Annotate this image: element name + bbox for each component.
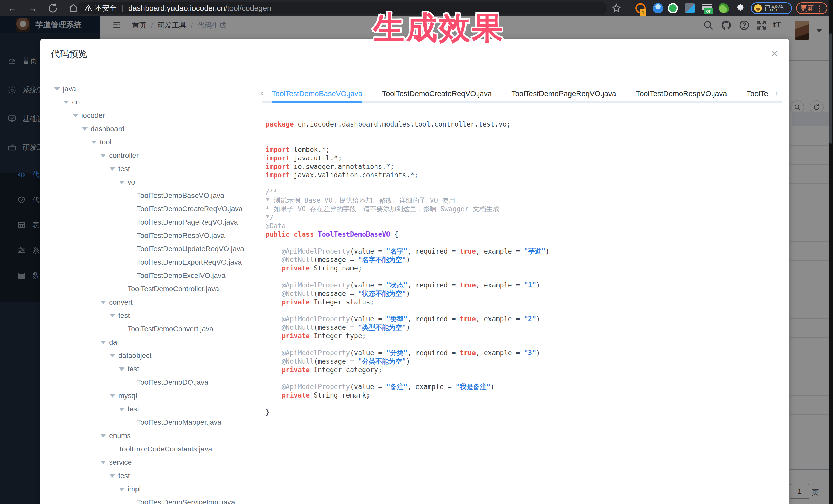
extension-drop-icon[interactable] [653, 3, 663, 13]
tree-file[interactable]: ToolTestDemoPageReqVO.java [40, 216, 264, 229]
tab-scroll-right-icon[interactable]: › [775, 88, 778, 98]
tree-file[interactable]: ToolTestDemoServiceImpl.java [40, 496, 264, 504]
file-tab-4[interactable]: ToolTe [747, 85, 768, 103]
warning-triangle-icon [84, 4, 92, 12]
caret-down-icon[interactable] [82, 127, 88, 130]
caret-down-icon[interactable] [119, 181, 124, 184]
file-tab-3[interactable]: ToolTestDemoRespVO.java [636, 85, 727, 103]
tree-file[interactable]: ToolTestDemoMapper.java [40, 416, 264, 429]
close-icon[interactable]: ✕ [770, 49, 779, 58]
reload-icon[interactable] [47, 0, 60, 17]
tree-node-label: impl [127, 485, 141, 493]
tree-file[interactable]: ToolErrorCodeConstants.java [40, 442, 264, 456]
tree-file[interactable]: ToolTestDemoExcelVO.java [40, 269, 264, 282]
caret-down-icon[interactable] [73, 114, 78, 117]
caret-down-icon[interactable] [54, 87, 60, 91]
tree-folder[interactable]: test [40, 362, 264, 376]
tree-node-label: ToolTestDemoPageReqVO.java [137, 218, 238, 226]
tree-folder[interactable]: dataobject [40, 349, 264, 362]
caret-down-icon[interactable] [110, 314, 115, 317]
tree-folder[interactable]: impl [40, 482, 264, 496]
caret-down-icon[interactable] [100, 341, 106, 344]
extension-diamond-icon[interactable] [685, 3, 695, 13]
caret-down-icon[interactable] [110, 394, 115, 398]
caret-down-icon[interactable] [91, 141, 97, 144]
code-line: private String remark; [266, 391, 768, 400]
scrollbar-thumb[interactable] [829, 33, 832, 144]
caret-down-icon[interactable] [110, 474, 115, 478]
back-icon[interactable]: ← [6, 0, 19, 17]
file-tab-2[interactable]: ToolTestDemoPageReqVO.java [511, 85, 616, 103]
tree-file[interactable]: ToolTestDemoConvert.java [40, 322, 264, 336]
caret-down-icon[interactable] [119, 487, 124, 491]
tree-folder[interactable]: controller [40, 149, 264, 162]
tree-folder[interactable]: enums [40, 429, 264, 442]
extension-orange-icon[interactable]: 1 [636, 3, 646, 13]
extension-green-icon[interactable] [668, 3, 678, 13]
extension-list-icon[interactable]: on [701, 3, 713, 13]
code-line: * 测试示例 Base VO，提供给添加、修改、详细的子 VO 使用 [266, 196, 768, 205]
tree-folder[interactable]: vo [40, 175, 264, 189]
tree-folder[interactable]: convert [40, 296, 264, 309]
profile-avatar-emoji [754, 4, 762, 12]
tree-node-label: test [127, 405, 139, 413]
tree-folder[interactable]: service [40, 456, 264, 469]
tree-folder[interactable]: test [40, 402, 264, 416]
tree-node-label: dataobject [118, 352, 151, 360]
extension-leaf-icon[interactable] [718, 3, 729, 13]
tree-folder[interactable]: tool [40, 136, 264, 149]
tree-file[interactable]: ToolTestDemoExportReqVO.java [40, 256, 264, 269]
caret-down-icon[interactable] [110, 354, 115, 358]
tree-node-label: ToolTestDemoCreateReqVO.java [137, 205, 242, 213]
tree-folder[interactable]: dashboard [40, 122, 264, 136]
url-host: dashboard.yudao.iocoder.cn [128, 4, 225, 13]
code-line: */ [266, 213, 768, 222]
tree-folder[interactable]: test [40, 162, 264, 175]
forward-icon[interactable]: → [27, 0, 39, 17]
caret-down-icon[interactable] [100, 434, 106, 437]
caret-down-icon[interactable] [100, 301, 106, 304]
tree-file[interactable]: ToolTestDemoDO.java [40, 376, 264, 389]
tree-folder[interactable]: cn [40, 95, 264, 109]
extension-on-badge: on [704, 8, 713, 15]
tree-folder[interactable]: mysql [40, 389, 264, 402]
tree-folder[interactable]: dal [40, 336, 264, 349]
code-line [266, 179, 768, 188]
caret-down-icon[interactable] [119, 408, 124, 411]
tree-folder[interactable]: test [40, 309, 264, 322]
code-line: } [266, 408, 768, 416]
tree-node-label: controller [109, 151, 139, 160]
caret-down-icon[interactable] [119, 367, 124, 371]
caret-down-icon[interactable] [100, 154, 106, 157]
tree-folder[interactable]: iocoder [40, 109, 264, 122]
tree-file[interactable]: ToolTestDemoBaseVO.java [40, 189, 264, 202]
chrome-menu-kebab-icon[interactable]: ⋮ [816, 4, 823, 13]
profile-paused-chip[interactable]: 已暂停 [751, 2, 792, 14]
code-line: @NotNull(message = "分类不能为空") [266, 357, 768, 366]
code-line: import lombok.*; [266, 145, 768, 154]
tree-file[interactable]: ToolTestDemoCreateReqVO.java [40, 202, 264, 216]
tree-folder[interactable]: test [40, 469, 264, 482]
caret-down-icon[interactable] [100, 461, 106, 464]
tree-node-label: dal [109, 338, 119, 346]
tree-file[interactable]: ToolTestDemoUpdateReqVO.java [40, 242, 264, 256]
caret-down-icon[interactable] [110, 167, 115, 171]
tree-file[interactable]: ToolTestDemoRespVO.java [40, 229, 264, 242]
code-line: @NotNull(message = "状态不能为空") [266, 289, 768, 298]
caret-down-icon[interactable] [63, 101, 69, 104]
code-line: @NotNull(message = "类型不能为空") [266, 323, 768, 332]
code-preview-dialog: 代码预览 ✕ javacniocoderdashboardtoolcontrol… [40, 39, 789, 504]
tree-folder[interactable]: java [40, 82, 264, 95]
chrome-update-button[interactable]: 更新 ⋮ [796, 2, 827, 14]
extensions-puzzle-icon[interactable] [736, 4, 745, 13]
tree-node-label: ToolTestDemoMapper.java [137, 418, 221, 427]
code-line: private Integer type; [266, 332, 768, 340]
tab-scroll-left-icon[interactable]: ‹ [260, 88, 263, 98]
security-warning[interactable]: 不安全 [84, 3, 117, 13]
tree-node-label: cn [72, 98, 80, 106]
tree-file[interactable]: ToolTestDemoController.java [40, 282, 264, 296]
code-line: @ApiModelProperty(value = "分类", required… [266, 349, 768, 357]
bookmark-star-icon[interactable] [611, 3, 622, 13]
file-tab-1[interactable]: ToolTestDemoCreateReqVO.java [382, 85, 492, 103]
file-tab-0[interactable]: ToolTestDemoBaseVO.java [272, 85, 362, 103]
